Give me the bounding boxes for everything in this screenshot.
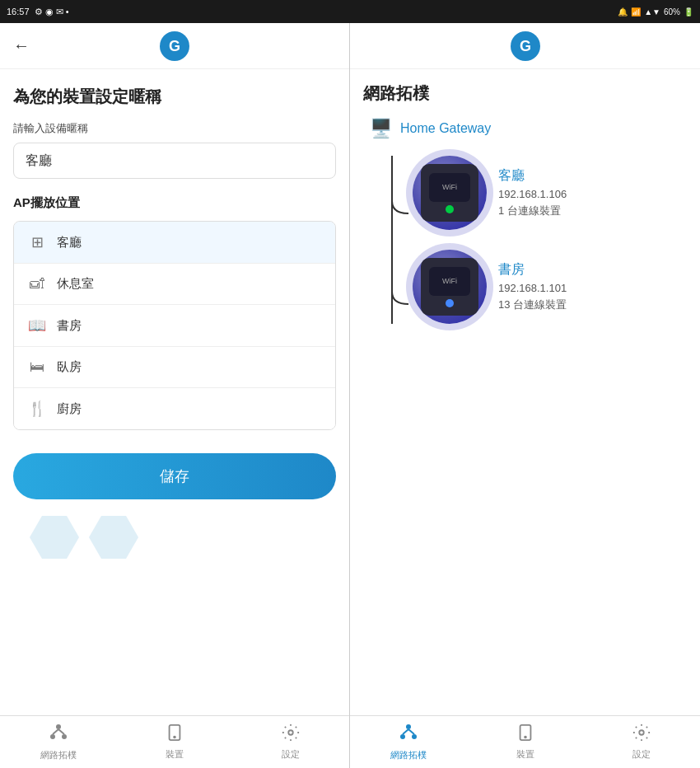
device-inner-living: WiFi xyxy=(421,164,478,222)
svg-line-17 xyxy=(408,729,414,734)
nav-settings-label-left: 設定 xyxy=(282,748,300,761)
section-title: AP擺放位置 xyxy=(13,195,336,211)
kitchen-icon: 🍴 xyxy=(27,400,47,418)
network-icon: ▲▼ xyxy=(644,7,660,16)
nav-topology-label-left: 網路拓樸 xyxy=(40,749,77,761)
svg-point-15 xyxy=(412,734,417,739)
svg-point-9 xyxy=(289,730,294,735)
back-button[interactable]: ← xyxy=(13,36,30,55)
signal-icon: 🔔 xyxy=(618,7,628,16)
device-ip-study: 192.168.1.101 xyxy=(498,282,567,294)
right-bottom-nav: 網路拓樸 裝置 設定 xyxy=(350,715,700,768)
device-count-living: 1 台連線裝置 xyxy=(498,204,567,218)
gateway-section: 🖥️ Home Gateway xyxy=(363,118,687,139)
nav-device-label-left: 裝置 xyxy=(166,748,184,761)
left-header: ← G xyxy=(0,23,349,69)
lounge-label: 休息室 xyxy=(57,276,94,292)
svg-point-8 xyxy=(174,737,175,738)
wifi-icon: 📶 xyxy=(631,7,641,16)
svg-text:G: G xyxy=(519,38,530,54)
topology-title: 網路拓樸 xyxy=(363,82,687,105)
svg-point-3 xyxy=(50,734,55,739)
nav-topology-label-right: 網路拓樸 xyxy=(390,749,427,761)
bedroom-label: 臥房 xyxy=(57,359,82,375)
device-inner-study: WiFi xyxy=(421,258,478,316)
location-item-living[interactable]: ⊞ 客廳 xyxy=(14,222,335,264)
gateway-icon: 🖥️ xyxy=(370,118,392,139)
device-nav-icon-left xyxy=(166,724,184,747)
nav-topology-left[interactable]: 網路拓樸 xyxy=(0,723,116,761)
left-bottom-nav: 網路拓樸 裝置 設定 xyxy=(0,715,349,768)
logo-icon: G xyxy=(158,30,191,63)
device-node-living[interactable]: WiFi 客廳 192.168.1.106 1 台連線裝置 xyxy=(413,156,687,230)
device-name-study: 書房 xyxy=(498,261,567,279)
location-item-lounge[interactable]: 🛋 休息室 xyxy=(14,264,335,305)
nav-device-label-right: 裝置 xyxy=(516,748,534,761)
nav-topology-right[interactable]: 網路拓樸 xyxy=(350,723,467,761)
svg-point-19 xyxy=(525,737,526,738)
device-avatar-living: WiFi xyxy=(413,156,487,230)
hex-2 xyxy=(89,516,138,559)
page-title: 為您的裝置設定暱稱 xyxy=(13,86,336,108)
device-node-study[interactable]: WiFi 書房 192.168.1.101 13 台連線裝置 xyxy=(413,250,687,324)
nav-device-left[interactable]: 裝置 xyxy=(116,724,232,761)
nav-settings-left[interactable]: 設定 xyxy=(233,724,349,761)
status-right: 🔔 📶 ▲▼ 60% 🔋 xyxy=(618,7,693,16)
nav-settings-label-right: 設定 xyxy=(632,748,651,761)
svg-line-6 xyxy=(58,729,64,734)
svg-point-13 xyxy=(406,724,411,729)
topology-nav-icon-right xyxy=(399,723,418,747)
gateway-label: Home Gateway xyxy=(400,121,491,136)
svg-point-2 xyxy=(56,724,61,729)
status-bar: 16:57 ⚙ ◉ ✉ • 🔔 📶 ▲▼ 60% 🔋 xyxy=(0,0,700,23)
device-count-study: 13 台連線裝置 xyxy=(498,297,567,312)
led-living xyxy=(446,205,454,213)
lounge-icon: 🛋 xyxy=(27,275,47,293)
left-panel: ← G 為您的裝置設定暱稱 請輸入設備暱稱 AP擺放位置 ⊞ 客廳 🛋 休息室 xyxy=(0,23,350,768)
svg-line-5 xyxy=(53,729,58,734)
device-avatar-study: WiFi xyxy=(413,250,487,324)
study-icon: 📖 xyxy=(27,316,47,335)
nav-device-right[interactable]: 裝置 xyxy=(467,724,584,761)
notification-icons: ⚙ ◉ ✉ • xyxy=(35,7,69,17)
svg-text:G: G xyxy=(169,38,180,54)
bedroom-icon: 🛏 xyxy=(27,358,47,376)
topology-diagram: WiFi 客廳 192.168.1.106 1 台連線裝置 xyxy=(363,156,687,324)
svg-point-20 xyxy=(639,730,644,735)
battery: 60% xyxy=(664,7,680,16)
time: 16:57 xyxy=(7,7,30,16)
device-name-input[interactable] xyxy=(13,143,336,179)
status-left: 16:57 ⚙ ◉ ✉ • xyxy=(7,7,69,17)
device-info-study: 書房 192.168.1.101 13 台連線裝置 xyxy=(498,261,567,312)
left-content: 為您的裝置設定暱稱 請輸入設備暱稱 AP擺放位置 ⊞ 客廳 🛋 休息室 📖 書房 xyxy=(0,69,349,715)
hex-decorations xyxy=(13,499,336,575)
device-name-living: 客廳 xyxy=(498,167,567,185)
location-item-kitchen[interactable]: 🍴 廚房 xyxy=(14,388,335,429)
device-nav-icon-right xyxy=(516,724,534,747)
topology-nav-icon xyxy=(49,723,68,747)
save-button[interactable]: 儲存 xyxy=(13,453,336,499)
living-icon: ⊞ xyxy=(27,233,47,251)
right-content: 網路拓樸 🖥️ Home Gateway xyxy=(350,69,700,715)
living-label: 客廳 xyxy=(57,235,82,251)
location-list: ⊞ 客廳 🛋 休息室 📖 書房 🛏 臥房 🍴 廚房 xyxy=(13,221,336,430)
device-info-living: 客廳 192.168.1.106 1 台連線裝置 xyxy=(498,167,567,218)
kitchen-label: 廚房 xyxy=(57,401,82,417)
svg-line-16 xyxy=(403,729,408,734)
hex-1 xyxy=(30,516,79,559)
right-panel: G 網路拓樸 🖥️ Home Gateway xyxy=(350,23,700,768)
svg-point-14 xyxy=(400,734,405,739)
input-label: 請輸入設備暱稱 xyxy=(13,121,336,136)
settings-nav-icon-left xyxy=(282,724,300,747)
right-header: G xyxy=(350,23,700,69)
nav-settings-right[interactable]: 設定 xyxy=(583,724,700,761)
location-item-study[interactable]: 📖 書房 xyxy=(14,305,335,347)
led-study xyxy=(446,299,454,307)
svg-point-4 xyxy=(62,734,67,739)
device-ip-living: 192.168.1.106 xyxy=(498,188,567,200)
battery-icon: 🔋 xyxy=(684,7,693,16)
right-logo-icon: G xyxy=(509,30,542,63)
location-item-bedroom[interactable]: 🛏 臥房 xyxy=(14,347,335,388)
study-label: 書房 xyxy=(57,318,82,334)
settings-nav-icon-right xyxy=(632,724,651,747)
